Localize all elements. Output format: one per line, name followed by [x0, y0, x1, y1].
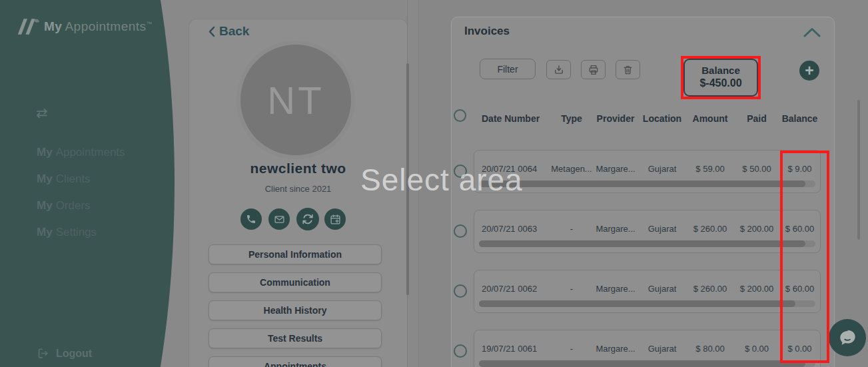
- invoice-number: 0062: [518, 284, 537, 294]
- invoice-provider: Margare...: [592, 284, 639, 294]
- balance-summary-value: $-450.00: [685, 77, 757, 89]
- collapse-invoices-button[interactable]: [803, 27, 821, 37]
- invoice-paid: $ 200.00: [735, 224, 779, 234]
- invoice-location: Gujarat: [639, 224, 685, 234]
- app-screenshot: MyAppointments™ ⇄ MyAppointments MyClien…: [0, 0, 868, 367]
- phone-button[interactable]: [240, 208, 262, 230]
- sidebar-collapse-icon[interactable]: ⇄: [36, 105, 48, 121]
- invoice-location: Gujarat: [639, 284, 685, 294]
- column-header-paid[interactable]: Paid: [735, 113, 779, 124]
- calendar-add-button[interactable]: [324, 208, 346, 230]
- invoice-table-header: Date Number Type Provider Location Amoun…: [474, 113, 821, 124]
- column-header-balance[interactable]: Balance: [779, 113, 821, 124]
- sync-icon: [302, 213, 314, 225]
- invoice-amount: $ 80.00: [685, 344, 735, 354]
- invoice-type: Metagen...: [551, 164, 592, 174]
- invoice-date: 20/07/21: [482, 164, 516, 174]
- logout-button[interactable]: Logout: [37, 347, 92, 360]
- email-icon: [274, 214, 285, 225]
- invoice-row-data: 20/07/21 0064 Metagen... Margare... Guja…: [474, 162, 821, 175]
- logout-label: Logout: [56, 348, 92, 360]
- invoice-row-data: 20/07/21 0063 - Margare... Gujarat $ 260…: [474, 222, 821, 235]
- communication-button[interactable]: Communication: [209, 272, 382, 292]
- print-icon: [588, 64, 600, 76]
- invoice-amount: $ 59.00: [685, 164, 735, 174]
- chat-bubble-icon: [836, 326, 859, 349]
- chat-widget-button[interactable]: [829, 319, 866, 356]
- health-history-button[interactable]: Health History: [209, 300, 382, 320]
- invoice-row-data: 19/07/21 0061 - Margare... Gujarat $ 80.…: [474, 342, 821, 355]
- chevron-up-icon: [803, 27, 821, 37]
- row-horizontal-scrollbar[interactable]: [479, 240, 815, 247]
- column-header-amount[interactable]: Amount: [685, 113, 735, 124]
- sidebar-item-clients[interactable]: MyClients: [37, 173, 125, 199]
- invoice-amount: $ 260.00: [685, 284, 735, 294]
- invoice-balance: $ 60.00: [779, 224, 821, 234]
- delete-button[interactable]: [616, 60, 640, 79]
- invoice-row-data: 20/07/21 0062 - Margare... Gujarat $ 260…: [474, 282, 821, 295]
- invoice-provider: Margare...: [592, 224, 639, 234]
- invoice-type: -: [551, 344, 592, 354]
- invoice-paid: $ 0.00: [735, 344, 779, 354]
- invoice-date: 20/07/21: [482, 224, 516, 234]
- appointments-button[interactable]: Appointments: [209, 356, 382, 367]
- filter-button[interactable]: Filter: [480, 59, 536, 79]
- column-header-provider[interactable]: Provider: [592, 113, 639, 124]
- invoice-type: -: [551, 284, 592, 294]
- sidebar-item-appointments[interactable]: MyAppointments: [37, 146, 125, 173]
- sidebar-nav: MyAppointments MyClients MyOrders MySett…: [37, 146, 125, 252]
- phone-icon: [246, 214, 256, 224]
- download-icon: [553, 64, 565, 76]
- email-button[interactable]: [268, 208, 290, 230]
- app-logo: MyAppointments™: [16, 17, 153, 36]
- plus-icon: +: [805, 62, 813, 80]
- row-horizontal-scrollbar[interactable]: [479, 181, 815, 187]
- invoice-paid: $ 200.00: [735, 284, 779, 294]
- row-checkbox[interactable]: [454, 284, 467, 298]
- avatar-initials: NT: [267, 78, 324, 123]
- invoice-number: 0063: [518, 224, 537, 234]
- row-checkbox[interactable]: [454, 165, 467, 178]
- invoice-provider: Margare...: [592, 344, 639, 354]
- invoices-title: Invoices: [464, 25, 510, 38]
- invoice-balance: $ 60.00: [779, 284, 821, 294]
- sync-button[interactable]: [296, 208, 319, 230]
- invoice-balance: $ 9.00: [779, 164, 821, 174]
- logo-text: MyAppointments™: [44, 19, 153, 34]
- print-button[interactable]: [581, 60, 606, 79]
- row-horizontal-scrollbar[interactable]: [479, 300, 815, 307]
- test-results-button[interactable]: Test Results: [209, 328, 382, 348]
- invoice-location: Gujarat: [639, 344, 685, 354]
- sidebar-item-orders[interactable]: MyOrders: [37, 199, 125, 226]
- sidebar-item-settings[interactable]: MySettings: [37, 226, 125, 252]
- row-horizontal-scrollbar[interactable]: [479, 360, 815, 367]
- back-chevron-icon: [209, 26, 215, 37]
- select-all-checkbox[interactable]: [454, 109, 466, 122]
- client-panel-scrollbar[interactable]: [406, 63, 409, 295]
- calendar-add-icon: [330, 214, 341, 225]
- column-header-type[interactable]: Type: [551, 113, 592, 124]
- row-checkbox[interactable]: [454, 224, 467, 238]
- client-name: newclient two: [189, 161, 408, 177]
- trash-icon: [622, 64, 634, 76]
- invoice-location: Gujarat: [639, 164, 685, 174]
- balance-summary-label: Balance: [685, 65, 757, 76]
- client-since: Client since 2021: [189, 184, 408, 194]
- page-scrollbar[interactable]: [857, 100, 860, 240]
- invoice-amount: $ 260.00: [685, 224, 735, 234]
- avatar: NT: [236, 41, 355, 159]
- invoice-number: 0061: [518, 344, 537, 354]
- personal-information-button[interactable]: Personal Information: [209, 244, 382, 264]
- balance-summary-button[interactable]: Balance $-450.00: [683, 59, 758, 97]
- invoice-date: 19/07/21: [482, 344, 516, 354]
- invoice-type: -: [551, 224, 592, 234]
- column-header-date-number[interactable]: Date Number: [474, 113, 551, 124]
- row-checkbox[interactable]: [454, 344, 467, 358]
- add-invoice-button[interactable]: +: [799, 61, 819, 81]
- download-button[interactable]: [546, 60, 571, 79]
- logout-icon: [37, 347, 49, 360]
- invoice-date: 20/07/21: [482, 284, 516, 294]
- back-button[interactable]: Back: [209, 24, 249, 39]
- column-header-location[interactable]: Location: [639, 113, 685, 124]
- invoice-provider: Margare...: [592, 164, 639, 174]
